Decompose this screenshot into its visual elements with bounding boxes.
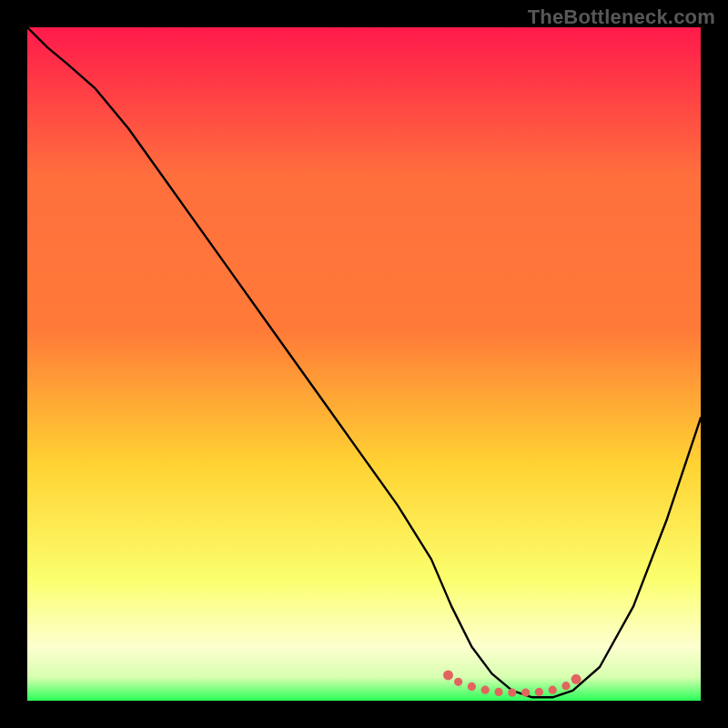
watermark-label: TheBottleneck.com (528, 5, 715, 29)
marker-dot (494, 688, 502, 696)
plot-area (27, 27, 701, 701)
marker-dot (561, 682, 570, 690)
marker-dot (571, 674, 581, 684)
marker-dot (521, 689, 530, 697)
marker-dot (481, 686, 490, 694)
marker-dot (549, 686, 557, 694)
chart-frame: TheBottleneck.com (0, 0, 728, 728)
marker-dot (535, 688, 543, 696)
marker-dot (508, 689, 516, 697)
marker-dot (454, 678, 462, 686)
marker-dot (468, 682, 476, 691)
chart-svg (27, 27, 701, 701)
marker-dot (443, 670, 453, 680)
